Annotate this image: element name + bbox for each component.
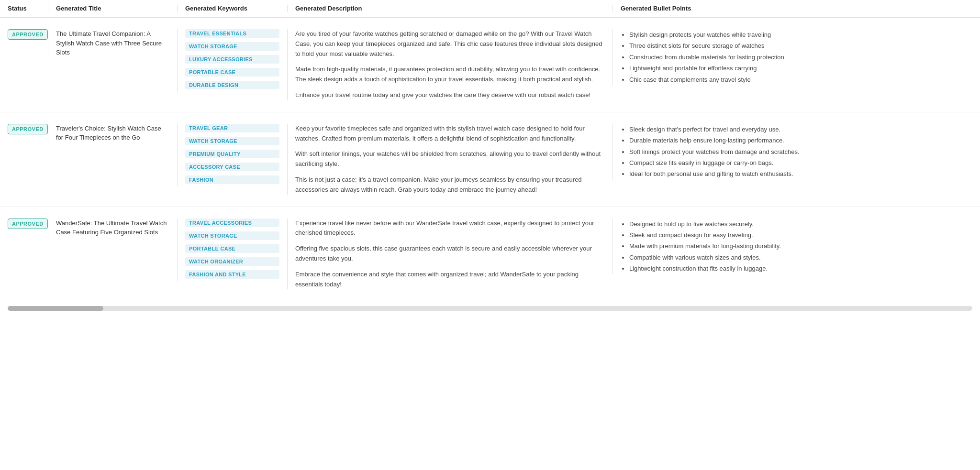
main-table: Status Generated Title Generated Keyword… [0,0,980,470]
title-cell: WanderSafe: The Ultimate Travel Watch Ca… [48,219,177,237]
description-cell: Experience travel like never before with… [287,219,612,290]
keyword-tag: DURABLE DESIGN [185,81,279,89]
keyword-tag: TRAVEL ACCESSORIES [185,219,279,227]
keyword-tag: ACCESSORY CASE [185,163,279,171]
status-cell: APPROVED [0,219,48,229]
description-paragraph: Made from high-quality materials, it gua… [295,65,605,85]
bullet-item: Sleek design that's perfect for travel a… [629,124,972,135]
description-paragraph: Keep your favorite timepieces safe and o… [295,124,605,144]
bullet-list: Sleek design that's perfect for travel a… [621,124,972,180]
table-row: APPROVEDWanderSafe: The Ultimate Travel … [0,207,980,302]
keywords-cell: TRAVEL ESSENTIALSWATCH STORAGELUXURY ACC… [177,29,287,92]
keyword-tag: FASHION AND STYLE [185,270,279,279]
bullet-item: Durable materials help ensure long-lasti… [629,135,972,146]
keyword-tag: WATCH STORAGE [185,231,279,240]
bullet-item: Compact size fits easily in luggage or c… [629,157,972,168]
status-badge: APPROVED [8,124,48,134]
title-cell: Traveler's Choice: Stylish Watch Case fo… [48,124,177,142]
keywords-list: TRAVEL GEARWATCH STORAGEPREMIUM QUALITYA… [185,124,279,186]
bullet-item: Stylish design protects your watches whi… [629,29,972,40]
keyword-tag: WATCH STORAGE [185,42,279,51]
bullet-item: Three distinct slots for secure storage … [629,40,972,51]
table-header: Status Generated Title Generated Keyword… [0,0,980,18]
bullet-item: Compatible with various watch sizes and … [629,252,972,263]
keywords-cell: TRAVEL ACCESSORIESWATCH STORAGEPORTABLE … [177,219,287,281]
table-row: APPROVEDTraveler's Choice: Stylish Watch… [0,112,980,207]
keyword-tag: TRAVEL ESSENTIALS [185,29,279,38]
header-description: Generated Description [287,5,612,12]
status-badge: APPROVED [8,219,48,229]
status-cell: APPROVED [0,29,48,40]
keyword-tag: FASHION [185,175,279,184]
keyword-tag: PORTABLE CASE [185,244,279,253]
bullet-item: Chic case that complements any travel st… [629,74,972,85]
header-status: Status [0,5,48,12]
bullet-item: Soft linings protect your watches from d… [629,146,972,157]
scrollbar-area[interactable] [0,301,980,316]
header-bullets: Generated Bullet Points [612,5,980,12]
keywords-list: TRAVEL ACCESSORIESWATCH STORAGEPORTABLE … [185,219,279,281]
keywords-cell: TRAVEL GEARWATCH STORAGEPREMIUM QUALITYA… [177,124,287,186]
table-row: APPROVEDThe Ultimate Travel Companion: A… [0,18,980,112]
description-cell: Keep your favorite timepieces safe and o… [287,124,612,195]
bullet-list: Stylish design protects your watches whi… [621,29,972,85]
keyword-tag: LUXURY ACCESSORIES [185,55,279,64]
description-paragraph: Are you tired of your favorite watches g… [295,29,605,59]
scrollbar-track[interactable] [8,306,972,311]
header-title: Generated Title [48,5,177,12]
keywords-list: TRAVEL ESSENTIALSWATCH STORAGELUXURY ACC… [185,29,279,92]
keyword-tag: TRAVEL GEAR [185,124,279,132]
bullets-cell: Sleek design that's perfect for travel a… [612,124,980,180]
bullets-cell: Designed to hold up to five watches secu… [612,219,980,274]
description-paragraph: With soft interior linings, your watches… [295,149,605,169]
bullet-item: Ideal for both personal use and gifting … [629,168,972,179]
bullet-item: Lightweight and portable for effortless … [629,63,972,74]
bullet-item: Constructed from durable materials for l… [629,52,972,63]
description-text: Are you tired of your favorite watches g… [295,29,605,100]
title-text: WanderSafe: The Ultimate Travel Watch Ca… [56,219,167,236]
description-paragraph: Enhance your travel routine today and gi… [295,90,605,100]
keyword-tag: PORTABLE CASE [185,68,279,77]
bullet-item: Lightweight construction that fits easil… [629,263,972,274]
description-paragraph: Embrace the convenience and style that c… [295,270,605,290]
bullet-item: Sleek and compact design for easy travel… [629,230,972,240]
description-text: Keep your favorite timepieces safe and o… [295,124,605,195]
title-cell: The Ultimate Travel Companion: A Stylish… [48,29,177,57]
bullet-item: Made with premium materials for long-las… [629,240,972,251]
bullets-cell: Stylish design protects your watches whi… [612,29,980,85]
header-keywords: Generated Keywords [177,5,287,12]
title-text: Traveler's Choice: Stylish Watch Case fo… [56,125,161,142]
description-paragraph: This is not just a case; it's a travel c… [295,175,605,195]
keyword-tag: PREMIUM QUALITY [185,150,279,158]
description-paragraph: Experience travel like never before with… [295,219,605,239]
keyword-tag: WATCH ORGANIZER [185,257,279,266]
status-badge: APPROVED [8,29,48,40]
keyword-tag: WATCH STORAGE [185,137,279,145]
status-cell: APPROVED [0,124,48,134]
title-text: The Ultimate Travel Companion: A Stylish… [56,30,162,56]
description-paragraph: Offering five spacious slots, this case … [295,244,605,264]
scrollbar-thumb[interactable] [8,306,103,311]
table-body: APPROVEDThe Ultimate Travel Companion: A… [0,18,980,301]
bullet-list: Designed to hold up to five watches secu… [621,219,972,274]
description-cell: Are you tired of your favorite watches g… [287,29,612,100]
description-text: Experience travel like never before with… [295,219,605,290]
bullet-item: Designed to hold up to five watches secu… [629,219,972,230]
